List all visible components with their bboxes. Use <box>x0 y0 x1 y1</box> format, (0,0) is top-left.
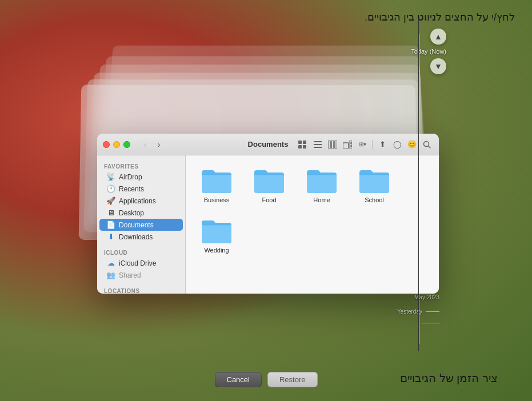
forward-arrow[interactable]: › <box>153 139 165 150</box>
folder-school-icon <box>358 167 390 194</box>
restore-button[interactable]: Restore <box>267 372 318 387</box>
toolbar-right: ⊞▾ ⬆ ◯ 😊 <box>297 138 433 151</box>
svg-rect-9 <box>335 141 337 149</box>
svg-line-15 <box>429 146 431 148</box>
file-area: Business Food <box>186 155 439 294</box>
finder-window: ‹ › Documents <box>97 134 439 294</box>
folder-food[interactable]: Food <box>250 167 289 203</box>
sidebar-label-shared: Shared <box>119 271 141 279</box>
maximize-button[interactable] <box>123 141 130 148</box>
sidebar-item-icloud-drive[interactable]: ☁ iCloud Drive <box>99 257 183 269</box>
folder-home-icon <box>306 167 338 194</box>
folder-business-label: Business <box>204 197 230 203</box>
tag-button[interactable]: ◯ <box>391 138 403 151</box>
svg-rect-4 <box>314 141 322 142</box>
group-view-button[interactable]: ⊞▾ <box>356 138 369 151</box>
folder-wedding-icon <box>201 217 233 244</box>
nav-arrows: ‹ › <box>139 139 165 150</box>
toolbar-divider <box>372 140 373 149</box>
folder-school-label: School <box>365 197 384 203</box>
svg-rect-11 <box>350 141 352 143</box>
sidebar-item-airdrop[interactable]: 📡 AirDrop <box>99 171 183 183</box>
svg-rect-5 <box>314 144 322 145</box>
file-grid: Business Food <box>197 167 427 254</box>
folder-business-icon <box>201 167 233 194</box>
sidebar-label-applications: Applications <box>119 197 156 205</box>
column-view-button[interactable] <box>326 138 339 151</box>
minimize-button[interactable] <box>113 141 120 148</box>
shared-icon: 👥 <box>106 271 115 279</box>
folder-food-label: Food <box>262 197 276 203</box>
timeline-nav: ▲ Today (Now) ▼ <box>411 29 446 74</box>
svg-rect-6 <box>314 147 322 148</box>
timeline-today-label: Today (Now) <box>411 48 446 55</box>
airdrop-icon: 📡 <box>106 173 115 181</box>
favorites-header: Favorites <box>97 160 185 171</box>
svg-rect-13 <box>350 146 352 149</box>
sidebar-label-recents: Recents <box>119 185 144 193</box>
folder-school[interactable]: School <box>355 167 394 203</box>
back-arrow[interactable]: ‹ <box>139 139 151 150</box>
folder-food-icon <box>253 167 285 194</box>
folder-wedding[interactable]: Wedding <box>197 217 236 254</box>
annotation-bottom-text: ציר הזמן של הגיבויים <box>400 371 498 385</box>
list-view-button[interactable] <box>311 138 324 151</box>
svg-rect-12 <box>350 143 352 146</box>
finder-content: Favorites 📡 AirDrop 🕐 Recents 🚀 Applicat… <box>97 155 439 294</box>
sidebar-item-shared[interactable]: 👥 Shared <box>99 269 183 281</box>
gallery-view-button[interactable] <box>341 138 354 151</box>
traffic-lights <box>103 141 130 148</box>
sidebar-label-icloud-drive: iCloud Drive <box>119 259 156 267</box>
folder-wedding-label: Wedding <box>204 247 229 254</box>
timeline-down-arrow[interactable]: ▼ <box>430 58 446 74</box>
sidebar-item-desktop[interactable]: 🖥 Desktop <box>99 207 183 219</box>
sidebar-label-documents: Documents <box>119 221 154 229</box>
svg-rect-2 <box>298 145 302 149</box>
applications-icon: 🚀 <box>106 197 115 205</box>
window-title: Documents <box>248 140 289 149</box>
sidebar-label-desktop: Desktop <box>119 209 144 217</box>
svg-rect-10 <box>343 143 349 149</box>
sidebar-label-airdrop: AirDrop <box>119 173 142 181</box>
finder-sidebar: Favorites 📡 AirDrop 🕐 Recents 🚀 Applicat… <box>97 155 186 294</box>
sidebar-item-documents[interactable]: 📄 Documents <box>99 219 183 231</box>
sidebar-label-downloads: Downloads <box>119 233 153 241</box>
cancel-button[interactable]: Cancel <box>215 372 262 387</box>
close-button[interactable] <box>103 141 110 148</box>
icloud-header: iCloud <box>97 246 185 257</box>
svg-rect-8 <box>331 141 334 149</box>
annotation-top-text: לחץ/י על החצים לניווט בין הגיבויים. <box>365 10 515 25</box>
svg-rect-3 <box>303 145 306 149</box>
folder-home[interactable]: Home <box>302 167 341 203</box>
svg-rect-0 <box>298 141 302 144</box>
sidebar-item-applications[interactable]: 🚀 Applications <box>99 195 183 207</box>
timeline-date-current <box>422 323 439 324</box>
annotation-line-vertical <box>418 20 419 351</box>
locations-header: Locations <box>97 284 185 294</box>
search-button[interactable] <box>421 138 433 151</box>
timeline-tick-yesterday <box>426 311 439 312</box>
icloud-drive-icon: ☁ <box>106 259 115 267</box>
sidebar-item-recents[interactable]: 🕐 Recents <box>99 183 183 195</box>
more-button[interactable]: 😊 <box>406 138 418 151</box>
title-bar: ‹ › Documents <box>97 134 439 155</box>
folder-business[interactable]: Business <box>197 167 236 203</box>
recents-icon: 🕐 <box>106 185 115 193</box>
sidebar-item-downloads[interactable]: ⬇ Downloads <box>99 231 183 243</box>
desktop-icon: 🖥 <box>106 208 115 217</box>
downloads-icon: ⬇ <box>106 232 115 241</box>
share-button[interactable]: ⬆ <box>376 138 389 151</box>
documents-icon: 📄 <box>106 220 115 229</box>
timeline-tick-red <box>422 323 439 324</box>
icon-view-button[interactable] <box>297 138 309 151</box>
svg-rect-1 <box>303 141 306 144</box>
folder-home-label: Home <box>313 197 330 203</box>
timeline-up-arrow[interactable]: ▲ <box>430 29 446 45</box>
window-action-buttons: Cancel Restore <box>215 372 318 387</box>
svg-rect-7 <box>328 141 330 149</box>
